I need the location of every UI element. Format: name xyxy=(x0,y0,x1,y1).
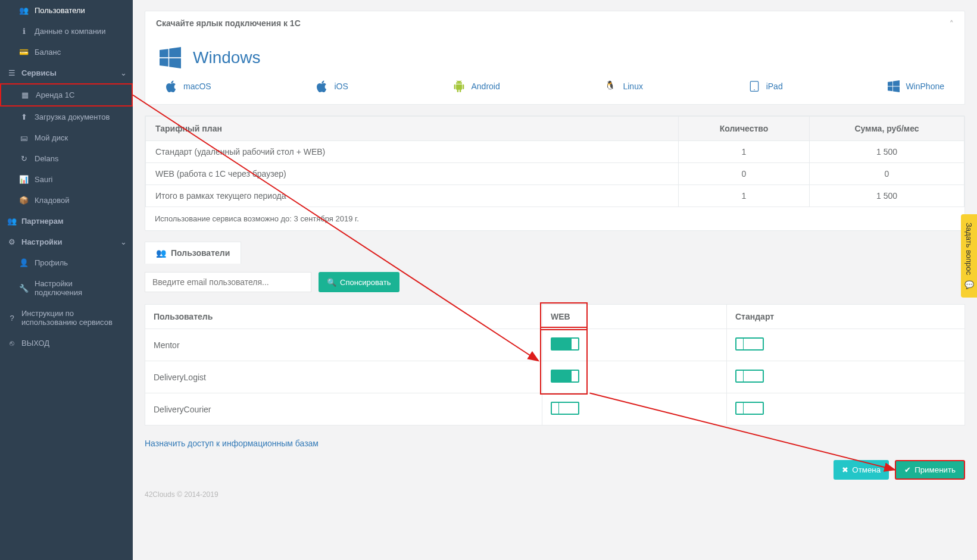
info-icon: ℹ xyxy=(18,27,30,36)
table-row: DeliveryCourier xyxy=(145,393,965,426)
os-winphone[interactable]: WinPhone xyxy=(888,80,944,92)
os-ios[interactable]: iOS xyxy=(316,80,348,92)
sidebar-section-settings[interactable]: ⚙ Настройки ⌄ xyxy=(0,231,133,252)
th-sum: Сумма, руб/мес xyxy=(810,117,964,141)
gear-icon: ⚙ xyxy=(6,237,18,246)
question-icon: ? xyxy=(6,314,18,323)
button-label: Применить xyxy=(914,465,956,474)
link-assign-access[interactable]: Назначить доступ к информационным базам xyxy=(145,439,319,448)
sidebar-item-label: Sauri xyxy=(35,175,122,184)
apply-button[interactable]: ✔ Применить xyxy=(895,460,965,480)
sidebar-section-services[interactable]: ☰ Сервисы ⌄ xyxy=(0,62,133,83)
sidebar-item-exit[interactable]: ⎋ ВЫХОД xyxy=(0,333,133,353)
refresh-icon: ↻ xyxy=(18,154,30,163)
cell-user: DeliveryLogist xyxy=(145,361,542,393)
download-panel: Скачайте ярлык подключения к 1С ˄ Window… xyxy=(145,11,965,105)
email-input[interactable] xyxy=(145,272,311,292)
table-row: WEB (работа с 1С через браузер) 0 0 xyxy=(146,163,964,185)
os-ipad[interactable]: iPad xyxy=(748,80,783,92)
toggle-web[interactable] xyxy=(551,337,579,351)
sidebar-item-kladovoi[interactable]: 📦 Кладовой xyxy=(0,190,133,211)
toggle-standard[interactable] xyxy=(735,402,764,415)
sidebar-item-label: Пользователи xyxy=(35,6,122,15)
grid-icon: ▦ xyxy=(19,90,31,99)
sidebar-item-mydisk[interactable]: 🖴 Мой диск xyxy=(0,127,133,148)
sidebar-item-instructions[interactable]: ? Инструкции по использованию сервисов xyxy=(0,303,133,333)
table-row: Итого в рамках текущего периода 1 1 500 xyxy=(146,185,964,207)
chat-icon: 💬 xyxy=(964,280,973,289)
users-icon: 👥 xyxy=(156,248,166,258)
toggle-standard[interactable] xyxy=(735,370,764,383)
chevron-down-icon: ⌄ xyxy=(120,68,127,77)
collapse-icon[interactable]: ˄ xyxy=(950,19,954,28)
sidebar-item-balance[interactable]: 💳 Баланс xyxy=(0,42,133,62)
sponsor-button[interactable]: 🔍 Спонсировать xyxy=(319,272,399,292)
os-android[interactable]: Android xyxy=(453,80,500,92)
sidebar: 👥 Пользователи ℹ Данные о компании 💳 Бал… xyxy=(0,0,133,560)
sidebar-item-upload-docs[interactable]: ⬆ Загрузка документов xyxy=(0,107,133,127)
toggle-web[interactable] xyxy=(551,402,579,415)
sidebar-item-sauri[interactable]: 📊 Sauri xyxy=(0,169,133,190)
copyright: 42Clouds © 2014-2019 xyxy=(145,490,965,499)
toggle-web[interactable] xyxy=(551,370,579,383)
logout-icon: ⎋ xyxy=(6,339,18,348)
th-plan: Тарифный план xyxy=(146,117,679,141)
sidebar-item-users[interactable]: 👥 Пользователи xyxy=(0,0,133,21)
th-web: WEB xyxy=(542,305,727,329)
os-label: Android xyxy=(471,82,500,91)
tariff-panel: Тарифный план Количество Сумма, руб/мес … xyxy=(145,115,965,231)
share-icon: 👥 xyxy=(6,217,18,226)
sidebar-item-label: Данные о компании xyxy=(35,27,122,36)
button-label: Спонсировать xyxy=(340,278,391,287)
search-icon: 🔍 xyxy=(327,278,336,287)
tablet-icon xyxy=(748,80,760,92)
toggle-standard[interactable] xyxy=(735,337,764,351)
sidebar-item-label: Аренда 1С xyxy=(36,90,121,99)
sidebar-item-conn-settings[interactable]: 🔧 Настройки подключения xyxy=(0,273,133,303)
chevron-down-icon: ⌄ xyxy=(120,237,127,246)
close-icon: ✖ xyxy=(842,465,848,474)
os-label: Linux xyxy=(623,82,642,91)
tariff-note: Использование сервиса возможно до: 3 сен… xyxy=(145,207,964,230)
sidebar-item-label: Баланс xyxy=(35,48,122,57)
cancel-button[interactable]: ✖ Отмена xyxy=(834,460,889,480)
sidebar-item-label: Настройки подключения xyxy=(35,279,122,297)
sidebar-item-arenda-1c[interactable]: ▦ Аренда 1С xyxy=(0,83,133,107)
svg-point-1 xyxy=(754,89,755,90)
card-icon: 💳 xyxy=(18,48,30,57)
search-row: 🔍 Спонсировать xyxy=(145,272,965,292)
linux-icon: 🐧 xyxy=(605,80,617,92)
stack-icon: ☰ xyxy=(6,68,18,77)
cell-user: DeliveryCourier xyxy=(145,393,542,426)
os-macos[interactable]: macOS xyxy=(166,80,211,92)
chart-icon: 📊 xyxy=(18,175,30,184)
sidebar-item-label: Профиль xyxy=(35,258,122,267)
disk-icon: 🖴 xyxy=(18,133,30,142)
tariff-table: Тарифный план Количество Сумма, руб/мес … xyxy=(145,116,964,207)
os-linux[interactable]: 🐧 Linux xyxy=(605,80,642,92)
sidebar-item-label: Мой диск xyxy=(35,133,122,142)
feedback-label: Задать вопрос xyxy=(964,223,973,275)
table-row: Стандарт (удаленный рабочий стол + WEB) … xyxy=(146,141,964,163)
os-windows-primary[interactable]: Windows xyxy=(160,47,950,68)
os-label: iPad xyxy=(766,82,783,91)
upload-icon: ⬆ xyxy=(18,112,30,121)
sidebar-item-profile[interactable]: 👤 Профиль xyxy=(0,252,133,273)
sidebar-item-delans[interactable]: ↻ Delans xyxy=(0,148,133,169)
apple-icon xyxy=(166,80,177,92)
sidebar-section-partners[interactable]: 👥 Партнерам xyxy=(0,211,133,231)
users-icon: 👥 xyxy=(18,6,30,15)
sidebar-item-company[interactable]: ℹ Данные о компании xyxy=(0,21,133,42)
users-table: Пользователь WEB Стандарт Mentor Deliver… xyxy=(145,304,965,426)
user-icon: 👤 xyxy=(18,258,30,267)
button-label: Отмена xyxy=(852,465,881,474)
tab-users[interactable]: 👥 Пользователи xyxy=(145,242,241,264)
android-icon xyxy=(453,80,465,92)
os-label: WinPhone xyxy=(906,82,944,91)
check-icon: ✔ xyxy=(904,465,911,474)
sidebar-item-label: Загрузка документов xyxy=(35,112,122,121)
sidebar-item-label: Кладовой xyxy=(35,196,122,205)
os-primary-label: Windows xyxy=(193,48,261,67)
table-row: Mentor xyxy=(145,329,965,361)
feedback-tab[interactable]: Задать вопрос 💬 xyxy=(961,214,977,298)
